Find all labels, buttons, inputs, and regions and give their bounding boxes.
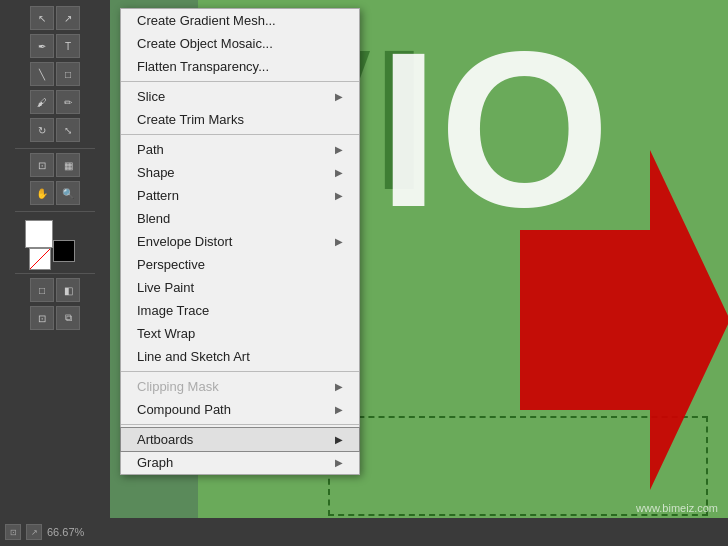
status-icon-2: ↗ [26,524,42,540]
tool-camera[interactable]: ⊡ [30,153,54,177]
zoom-level: 66.67% [47,526,84,538]
menu-separator-4 [121,134,359,135]
menu-item-label-2: Flatten Transparency... [137,59,269,74]
tool-separator-3 [15,273,95,274]
menu-item-8[interactable]: Blend [121,207,359,230]
menu-item-label-3: Slice [137,89,165,104]
menu-item-3[interactable]: Slice▶ [121,85,359,108]
stroke-swatch[interactable] [53,240,75,262]
no-color-swatch[interactable] [29,248,51,270]
tool-select[interactable]: ↖ [30,6,54,30]
menu-item-arrow-17: ▶ [335,434,343,445]
menu-separator-16 [121,424,359,425]
menu-item-label-15: Clipping Mask [137,379,219,394]
menu-item-label-9: Envelope Distort [137,234,232,249]
tool-line[interactable]: ╲ [30,62,54,86]
tool-row-6: ⊡ ▦ [29,152,81,178]
menu-item-label-0: Create Gradient Mesh... [137,13,276,28]
tool-paintbrush[interactable]: 🖌 [30,90,54,114]
tool-draw-normal[interactable]: □ [30,278,54,302]
menu-item-label-8: Blend [137,211,170,226]
menu-item-label-5: Path [137,142,164,157]
tool-screen[interactable]: ⊡ [30,306,54,330]
menu-item-2[interactable]: Flatten Transparency... [121,55,359,78]
tool-zoom[interactable]: 🔍 [56,181,80,205]
menu-item-arrow-5: ▶ [335,144,343,155]
tool-pen[interactable]: ✒ [30,34,54,58]
menu-separator-2 [121,81,359,82]
menu-item-label-14: Line and Sketch Art [137,349,250,364]
menu-item-label-16: Compound Path [137,402,231,417]
menu-item-arrow-6: ▶ [335,167,343,178]
tool-hand[interactable]: ✋ [30,181,54,205]
tool-row-5: ↻ ⤡ [29,117,81,143]
tool-row-1: ↖ ↗ [29,5,81,31]
context-menu: Create Gradient Mesh...Create Object Mos… [120,8,360,475]
tool-type[interactable]: T [56,34,80,58]
menu-item-label-13: Text Wrap [137,326,195,341]
canvas-text-io: IO [378,20,610,240]
menu-item-11[interactable]: Live Paint [121,276,359,299]
menu-item-7[interactable]: Pattern▶ [121,184,359,207]
tool-artboard[interactable]: ⧉ [56,306,80,330]
menu-item-12[interactable]: Image Trace [121,299,359,322]
menu-item-0[interactable]: Create Gradient Mesh... [121,9,359,32]
menu-item-15: Clipping Mask▶ [121,375,359,398]
menu-separator-14 [121,371,359,372]
tool-separator-2 [15,211,95,212]
menu-item-label-7: Pattern [137,188,179,203]
status-bar: ⊡ ↗ 66.67% [0,518,728,546]
tool-graph[interactable]: ▦ [56,153,80,177]
menu-item-16[interactable]: Compound Path▶ [121,398,359,421]
menu-item-18[interactable]: Graph▶ [121,451,359,474]
menu-item-9[interactable]: Envelope Distort▶ [121,230,359,253]
menu-item-label-10: Perspective [137,257,205,272]
tool-direct-select[interactable]: ↗ [56,6,80,30]
menu-item-6[interactable]: Shape▶ [121,161,359,184]
color-swatch-area [25,220,85,270]
tool-separator-1 [15,148,95,149]
tool-rotate[interactable]: ↻ [30,118,54,142]
canvas-dashed-border [328,416,708,516]
menu-item-arrow-15: ▶ [335,381,343,392]
tool-row-8: □ ◧ [29,277,81,303]
menu-item-14[interactable]: Line and Sketch Art [121,345,359,368]
menu-item-label-11: Live Paint [137,280,194,295]
tool-row-2: ✒ T [29,33,81,59]
tool-row-3: ╲ □ [29,61,81,87]
menu-item-4[interactable]: Create Trim Marks [121,108,359,131]
menu-item-arrow-9: ▶ [335,236,343,247]
tool-row-7: ✋ 🔍 [29,180,81,206]
fill-swatch[interactable] [25,220,53,248]
menu-item-label-6: Shape [137,165,175,180]
menu-item-arrow-16: ▶ [335,404,343,415]
menu-item-label-4: Create Trim Marks [137,112,244,127]
watermark: www.bimeiz.com [636,502,718,514]
menu-item-17[interactable]: Artboards▶ [121,428,359,451]
menu-item-label-18: Graph [137,455,173,470]
menu-item-label-17: Artboards [137,432,193,447]
watermark-text: www.bimeiz.com [636,502,718,514]
tool-row-4: 🖌 ✏ [29,89,81,115]
menu-item-arrow-3: ▶ [335,91,343,102]
tool-draw-behind[interactable]: ◧ [56,278,80,302]
menu-item-1[interactable]: Create Object Mosaic... [121,32,359,55]
menu-item-arrow-18: ▶ [335,457,343,468]
tool-row-9: ⊡ ⧉ [29,305,81,331]
menu-item-label-1: Create Object Mosaic... [137,36,273,51]
tool-pencil[interactable]: ✏ [56,90,80,114]
menu-item-13[interactable]: Text Wrap [121,322,359,345]
toolbar: ↖ ↗ ✒ T ╲ □ 🖌 ✏ ↻ ⤡ ⊡ ▦ ✋ 🔍 □ ◧ ⊡ ⧉ [0,0,110,546]
menu-item-10[interactable]: Perspective [121,253,359,276]
menu-item-5[interactable]: Path▶ [121,138,359,161]
menu-item-label-12: Image Trace [137,303,209,318]
status-icon-1: ⊡ [5,524,21,540]
menu-item-arrow-7: ▶ [335,190,343,201]
tool-shape[interactable]: □ [56,62,80,86]
tool-scale[interactable]: ⤡ [56,118,80,142]
